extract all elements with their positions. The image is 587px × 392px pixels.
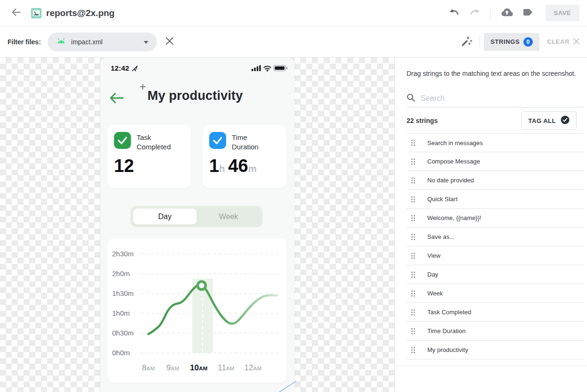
tag-icon — [522, 8, 533, 18]
upload-button[interactable] — [497, 4, 516, 22]
drag-handle-icon[interactable] — [410, 271, 416, 278]
panel-footer-divider — [395, 366, 587, 366]
magic-wand-icon — [460, 34, 473, 49]
search-input[interactable] — [421, 94, 584, 103]
string-list-item[interactable]: Day — [407, 265, 584, 284]
string-label: Compose Message — [427, 158, 480, 165]
page-title: reports@2x.png — [46, 8, 114, 18]
file-thumbnail-icon — [31, 8, 41, 18]
drag-handle-icon[interactable] — [410, 158, 416, 165]
task-completed-value: 12 — [114, 156, 134, 176]
string-list-item[interactable]: Save as... — [407, 228, 584, 246]
string-label: Time Duration — [427, 327, 465, 335]
strings-list: Search in messages Compose Message No da… — [407, 133, 584, 359]
check-circle-icon — [561, 115, 570, 126]
toggle-day[interactable]: Day — [133, 208, 197, 225]
drag-handle-icon[interactable] — [410, 327, 416, 335]
y-axis-tick: 2h30m — [112, 250, 138, 258]
y-axis-tick: 0h0m — [112, 349, 138, 357]
strings-count-badge: 0 — [523, 37, 533, 47]
blue-check-icon — [209, 132, 226, 151]
chevron-down-icon — [144, 38, 148, 45]
battery-icon — [274, 65, 287, 71]
save-button[interactable]: SAVE — [546, 5, 579, 21]
redo-button[interactable] — [466, 4, 484, 22]
auto-tag-button[interactable] — [457, 32, 476, 52]
strings-button-label: STRINGS — [490, 38, 520, 45]
y-axis-tick: 1h30m — [112, 289, 138, 297]
string-label: My productivity — [427, 346, 468, 353]
filter-bar-actions: STRINGS 0 CLEAR — [457, 32, 579, 52]
drag-handle-icon[interactable] — [410, 196, 416, 203]
phone-screenshot[interactable]: 12:42 — [100, 57, 294, 392]
drag-handle-icon[interactable] — [410, 233, 416, 241]
drag-handle-icon[interactable] — [410, 290, 416, 297]
task-completed-label: Task Completed — [137, 133, 171, 152]
clear-filters-button[interactable]: CLEAR — [547, 38, 579, 46]
x-axis-tick: 9AM — [166, 363, 179, 373]
string-list-item[interactable]: No date provided — [407, 171, 584, 190]
drag-handle-icon[interactable] — [410, 214, 416, 222]
signal-icon — [252, 65, 261, 71]
clear-button-label: CLEAR — [547, 38, 570, 45]
drag-handle-icon[interactable] — [410, 252, 416, 260]
panel-instruction: Drag strings to the matching text areas … — [407, 70, 576, 77]
cloud-upload-icon — [500, 7, 514, 19]
drag-handle-icon[interactable] — [410, 346, 416, 354]
selected-file-name: impact.xml — [71, 38, 144, 46]
time-duration-value: 1h46m — [209, 156, 256, 176]
location-arrow-icon — [131, 65, 138, 72]
y-axis-tick: 2h0m — [112, 270, 138, 278]
string-label: Day — [427, 271, 438, 278]
string-label: No date provided — [427, 177, 474, 184]
y-axis-tick: 0h30m — [112, 329, 138, 337]
peak-marker — [198, 282, 206, 290]
tag-all-button[interactable]: TAG ALL — [522, 111, 577, 130]
string-list-item[interactable]: View — [407, 246, 584, 265]
time-duration-card: Time Duration 1h46m — [203, 125, 286, 188]
remove-file-filter-button[interactable] — [163, 34, 177, 49]
count-row: 22 strings TAG ALL — [407, 113, 577, 129]
tag-button[interactable] — [519, 5, 536, 21]
string-list-item[interactable]: My productivity — [407, 341, 584, 359]
strings-filter-button[interactable]: STRINGS 0 — [484, 33, 539, 51]
close-icon — [165, 37, 174, 47]
string-list-item[interactable]: Compose Message — [407, 152, 584, 171]
drag-handle-icon[interactable] — [410, 139, 416, 147]
search-row — [407, 90, 584, 107]
top-bar: reports@2x.png — [0, 0, 587, 26]
string-list-item[interactable]: Time Duration — [407, 322, 584, 341]
string-label: Quick Start — [427, 196, 457, 203]
back-arrow-icon — [10, 7, 22, 19]
string-list-item[interactable]: Quick Start — [407, 190, 584, 209]
toolbar-divider — [490, 7, 491, 20]
file-filter-dropdown[interactable]: impact.xml — [48, 33, 157, 51]
back-button[interactable] — [8, 4, 24, 22]
productivity-chart-card: 2h30m2h0m1h30m1h0m0h30m0h0m 8AM9AM10AM11… — [107, 238, 286, 383]
string-list-item[interactable]: Task Completed — [407, 303, 584, 322]
day-week-toggle: Day Week — [130, 206, 262, 227]
status-right-icons — [252, 65, 288, 72]
drag-handle-icon[interactable] — [410, 177, 416, 184]
string-label: Search in messages — [427, 139, 483, 147]
strings-count-label: 22 strings — [407, 117, 438, 124]
clear-x-icon — [573, 38, 579, 46]
x-axis-tick: 11AM — [218, 363, 235, 373]
filter-files-label: Filter files: — [8, 38, 41, 46]
string-label: Save as... — [427, 233, 455, 240]
wifi-icon — [264, 66, 271, 69]
undo-button[interactable] — [445, 4, 463, 22]
tag-plus-marker[interactable]: + — [139, 80, 146, 93]
string-label: View — [427, 252, 440, 259]
filter-divider — [480, 35, 480, 49]
string-list-item[interactable]: Welcome, {{name}}! — [407, 209, 584, 228]
time-duration-label: Time Duration — [232, 133, 259, 152]
search-icon — [407, 93, 415, 104]
toggle-week[interactable]: Week — [197, 208, 260, 225]
drag-handle-icon[interactable] — [410, 309, 416, 316]
string-list-item[interactable]: Week — [407, 284, 584, 303]
phone-screen-title: My productivity — [147, 89, 243, 103]
y-axis-tick: 1h0m — [112, 309, 138, 317]
app-window: reports@2x.png — [0, 0, 587, 392]
string-list-item[interactable]: Search in messages — [407, 133, 584, 152]
